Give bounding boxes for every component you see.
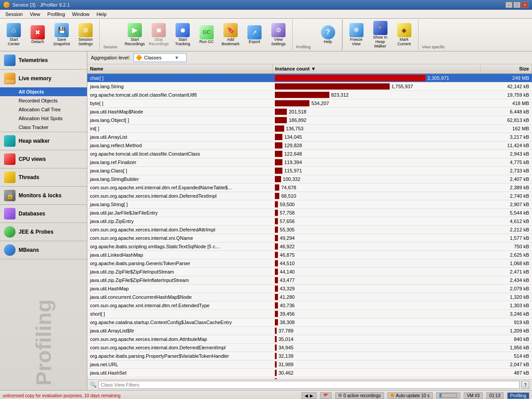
- table-row[interactable]: java.lang.String1,755,93742,142 kB: [87, 82, 532, 90]
- table-row[interactable]: byte[ ]534,207418 MB: [87, 99, 532, 107]
- table-row[interactable]: com.sun.org.apache.xerces.internal.dom.A…: [87, 335, 532, 343]
- table-row[interactable]: java.util.HashMap$Node201,5186,448 kB: [87, 107, 532, 116]
- table-row[interactable]: java.lang.Object[ ]186,89262,813 kB: [87, 116, 532, 124]
- table-row[interactable]: com.sun.org.apache.xml.internal.dtm.ref.…: [87, 183, 532, 192]
- cell-count: 2,305,971: [272, 74, 480, 82]
- start-center-button[interactable]: ⌂ StartCenter: [2, 22, 26, 48]
- start-tracking-button[interactable]: ⏺ StartTracking: [171, 22, 195, 48]
- table-row[interactable]: java.util.zip.ZipFile$ZipFileInflaterInp…: [87, 276, 532, 284]
- sidebar-sub-recorded-objects[interactable]: Recorded Objects: [0, 96, 87, 105]
- mark-current-label: MarkCurrent: [398, 38, 411, 47]
- maximize-button[interactable]: □: [513, 2, 520, 8]
- table-row[interactable]: java.lang.ref.Finalizer119,3944,775 kB: [87, 158, 532, 166]
- table-row[interactable]: short[ ]39,4563,246 kB: [87, 309, 532, 318]
- detach-button[interactable]: ✖ Detach: [26, 24, 50, 46]
- menu-help[interactable]: Help: [93, 11, 110, 18]
- table-row[interactable]: java.util.HashSet30,462487 kB: [87, 368, 532, 377]
- sidebar-item-threads[interactable]: Threads: [0, 168, 87, 186]
- sidebar-item-heap-walker[interactable]: Heap walker: [0, 132, 87, 150]
- cell-name: java.lang.Object[ ]: [87, 116, 272, 124]
- table-row[interactable]: org.apache.ibatis.parsing.PropertyParser…: [87, 352, 532, 360]
- run-gc-button[interactable]: GC Run GC: [195, 24, 219, 46]
- export-button[interactable]: ↗ Export: [243, 24, 266, 46]
- view-settings-button[interactable]: ⚙ ViewSettings: [266, 22, 290, 48]
- table-row[interactable]: java.util.jar.JarFile$JarFileEntry57,758…: [87, 208, 532, 217]
- add-bookmark-button[interactable]: 🔖 AddBookmark: [219, 22, 243, 48]
- cell-size: 3,246 kB: [481, 309, 532, 318]
- cell-size: 919 kB: [481, 318, 532, 326]
- sidebar-item-telemetries[interactable]: Telemetries: [0, 51, 87, 69]
- table-row[interactable]: java.util.LinkedHashMap46,8752,625 kB: [87, 250, 532, 259]
- table-row[interactable]: org.apache.ibatis.parsing.GenericTokenPa…: [87, 259, 532, 267]
- table-header-row: Name Instance count ▼ Size: [87, 64, 532, 74]
- table-row[interactable]: com.sun.org.apache.xerces.internal.dom.D…: [87, 225, 532, 234]
- status-bookmark[interactable]: 🚩: [320, 392, 332, 399]
- sidebar-sub-allocation-call-tree[interactable]: Allocation Call Tree: [0, 105, 87, 114]
- sidebar-sub-all-objects[interactable]: All Objects: [0, 87, 87, 96]
- session-settings-button[interactable]: ⚙ SessionSettings: [74, 22, 98, 48]
- jee-probes-label: JEE & Probes: [19, 229, 54, 235]
- cell-count: 186,892: [272, 116, 480, 124]
- start-recordings-button[interactable]: ▶ StartRecordings: [123, 22, 147, 48]
- table-row[interactable]: org.apache.catalina.startup.ContextConfi…: [87, 318, 532, 326]
- table-row[interactable]: java.util.zip.ZipEntry57,6564,612 kB: [87, 217, 532, 225]
- filter-input[interactable]: [98, 381, 520, 389]
- table-row[interactable]: com.sun.org.apache.xerces.internal.dom.D…: [87, 343, 532, 352]
- table-row[interactable]: java.lang.reflect.Method129,82811,424 kB: [87, 141, 532, 149]
- freeze-view-button[interactable]: ❄ FreezeView: [344, 22, 368, 48]
- cell-count: 46,875: [272, 250, 480, 259]
- minimize-button[interactable]: −: [505, 2, 512, 8]
- cell-count: 35,014: [272, 335, 480, 343]
- save-snapshot-button[interactable]: 💾 SaveSnapshot: [50, 22, 74, 48]
- menu-profiling[interactable]: Profiling: [44, 11, 69, 18]
- sidebar-sub-class-tracker[interactable]: Class Tracker: [0, 123, 87, 132]
- sidebar-item-live-memory[interactable]: Live memory: [0, 70, 87, 87]
- table-row[interactable]: java.util.zip.ZipFile$ZipFileInputStream…: [87, 267, 532, 276]
- table-row[interactable]: com.sun.org.apache.xerces.internal.xni.Q…: [87, 234, 532, 242]
- cell-name: java.net.URL: [87, 360, 272, 368]
- table-row[interactable]: java.lang.Class[ ]115,9712,733 kB: [87, 166, 532, 175]
- filter-help-button[interactable]: ?: [521, 381, 529, 389]
- table-row[interactable]: com.sun.org.apache.xml.internal.dtm.ref.…: [87, 301, 532, 309]
- table-row[interactable]: java.lang.StringBuilder100,3322,407 kB: [87, 175, 532, 183]
- table-row[interactable]: java.util.ArrayList$Itr37,7891,209 kB: [87, 326, 532, 335]
- status-time: 01:13: [486, 392, 504, 399]
- table-row[interactable]: java.util.HashMap43,3292,079 kB: [87, 284, 532, 293]
- auto-update-dot: [391, 394, 394, 397]
- help-button[interactable]: ? Help: [316, 24, 340, 46]
- sidebar-item-databases[interactable]: Databases: [0, 205, 87, 223]
- sidebar-item-cpu-views[interactable]: CPU views: [0, 150, 87, 168]
- status-nav-arrows[interactable]: ◀ ▶: [301, 392, 317, 399]
- table-row[interactable]: org.apache.tomcat.util.bcel.classfile.Co…: [87, 90, 532, 99]
- menu-window[interactable]: Window: [69, 11, 93, 18]
- main-area: Telemetries Live memory All Objects Reco…: [0, 51, 532, 390]
- table-row[interactable]: java.lang.String[ ]59,5002,907 kB: [87, 200, 532, 208]
- aggregation-select[interactable]: 🔶 Classes ▼: [133, 53, 187, 62]
- menu-view[interactable]: View: [26, 11, 44, 18]
- table-row[interactable]: java.util.ArrayList134,0453,217 kB: [87, 133, 532, 141]
- col-name[interactable]: Name: [87, 64, 272, 74]
- sidebar-item-monitors-locks[interactable]: 🔒 Monitors & locks: [0, 187, 87, 204]
- stop-recordings-button[interactable]: ⏹ StopRecordings: [147, 22, 171, 48]
- cell-count: 46,922: [272, 242, 480, 250]
- sidebar-item-mbeans[interactable]: MBeans: [0, 241, 87, 259]
- table-row[interactable]: char[ ]2,305,971249 MB: [87, 74, 532, 82]
- col-size[interactable]: Size: [481, 64, 532, 74]
- table-row[interactable]: org.apache.ibatis.scripting.xmltags.Stat…: [87, 242, 532, 250]
- sidebar-item-jee-probes[interactable]: JEE & Probes: [0, 223, 87, 241]
- time-text: 01:13: [489, 393, 501, 398]
- table-row[interactable]: java.net.URL31,9892,047 kB: [87, 360, 532, 368]
- cell-name: org.apache.tomcat.util.bcel.classfile.Co…: [87, 149, 272, 158]
- close-button[interactable]: ×: [521, 2, 528, 8]
- objects-table: Name Instance count ▼ Size char[ ]2,305,…: [87, 64, 532, 379]
- menu-session[interactable]: Session: [2, 11, 26, 18]
- table-row[interactable]: com.sun.org.apache.xerces.internal.dom.D…: [87, 192, 532, 200]
- start-center-label: StartCenter: [8, 38, 20, 47]
- table-row[interactable]: java.util.concurrent.ConcurrentHashMap$N…: [87, 293, 532, 301]
- mark-current-button[interactable]: ◆ MarkCurrent: [392, 22, 416, 48]
- sidebar-sub-allocation-hot-spots[interactable]: Allocation Hot Spots: [0, 114, 87, 123]
- table-row[interactable]: org.apache.tomcat.util.bcel.classfile.Co…: [87, 149, 532, 158]
- show-in-heap-walker-button[interactable]: 🏃 Show InHeap Walker: [368, 20, 392, 50]
- table-row[interactable]: int[ ]136,753162 MB: [87, 124, 532, 133]
- col-instance-count[interactable]: Instance count ▼: [272, 64, 480, 74]
